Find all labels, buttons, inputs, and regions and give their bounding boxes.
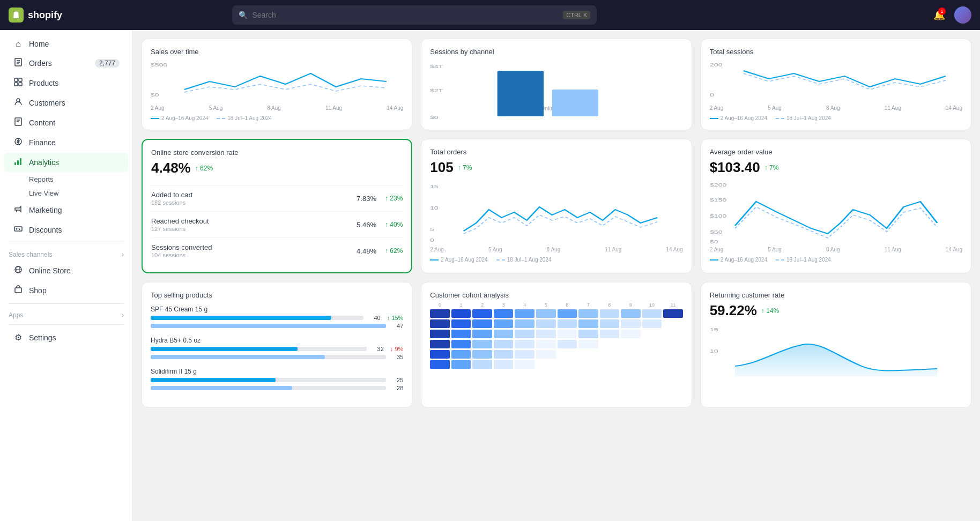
product-change-1: ↓ 9% — [390, 346, 403, 352]
product-item-1: Hydra B5+ 0.5 oz 32 ↓ 9% — [151, 337, 403, 360]
sidebar-item-orders[interactable]: Orders 2,777 — [4, 54, 128, 73]
svg-rect-15 — [20, 158, 21, 165]
avg-order-change: ↑ 7% — [764, 164, 779, 172]
sidebar-item-shop[interactable]: Shop — [4, 281, 128, 300]
returning-title: Returning customer rate — [710, 291, 962, 299]
bottom-row-cards: Top selling products SPF 45 Cream 15 g 4… — [142, 282, 971, 408]
svg-text:10: 10 — [710, 348, 718, 354]
logo[interactable]: shopify — [9, 8, 62, 23]
total-orders-value: 105 ↑ 7% — [430, 159, 682, 176]
search-icon: 🔍 — [239, 11, 248, 19]
svg-line-19 — [19, 228, 20, 230]
svg-point-8 — [17, 99, 20, 102]
notification-bell[interactable]: 🔔 1 — [931, 6, 948, 24]
svg-rect-4 — [14, 78, 18, 81]
sidebar-item-customers[interactable]: Customers — [4, 93, 128, 113]
sidebar-label-discounts: Discounts — [29, 226, 62, 234]
svg-text:$200: $200 — [710, 182, 727, 188]
orders-badge: 2,777 — [95, 59, 120, 68]
search-bar[interactable]: 🔍 CTRL K — [232, 5, 597, 25]
product-bar-primary-1: 32 ↓ 9% — [151, 346, 403, 352]
avg-order-title: Average order value — [710, 148, 962, 156]
checkout-sessions: 127 sessions — [151, 226, 357, 232]
product-bar-primary-2: 25 — [151, 377, 403, 383]
shopify-wordmark: shopify — [28, 10, 62, 21]
sidebar-label-customers: Customers — [29, 99, 65, 107]
sessions-legend: 2 Aug–16 Aug 2024 18 Jul–1 Aug 2024 — [710, 115, 962, 121]
converted-sessions: 104 sessions — [151, 252, 357, 258]
products-icon — [13, 78, 24, 88]
sidebar-item-products[interactable]: Products — [4, 73, 128, 93]
cart-pct: 7.83% — [357, 195, 376, 203]
product-name-1: Hydra B5+ 0.5 oz — [151, 337, 403, 344]
avatar[interactable] — [954, 6, 971, 24]
product-track-secondary-1 — [151, 355, 386, 359]
returning-value: 59.22% ↑ 14% — [710, 302, 962, 319]
svg-rect-24 — [15, 288, 21, 293]
sidebar-label-settings: Settings — [29, 333, 56, 342]
marketing-icon — [13, 205, 24, 215]
total-sessions-title: Total sessions — [710, 48, 962, 56]
content-area: Sales over time $500 $0 2 Aug 5 Aug 8 Au… — [133, 30, 980, 521]
sidebar: ⌂ Home Orders 2,777 — [0, 30, 133, 521]
sidebar-item-live-view[interactable]: Live View — [25, 187, 128, 200]
sidebar-divider-2 — [9, 303, 124, 304]
sidebar-item-settings[interactable]: ⚙ Settings — [4, 328, 128, 347]
product-val-primary-1: 32 — [371, 346, 384, 352]
sidebar-label-online-store: Online Store — [29, 266, 71, 275]
total-sessions-card: Total sessions 200 0 2 Aug 5 Aug 8 Aug 1… — [701, 39, 971, 130]
orders-icon — [13, 58, 24, 69]
sidebar-item-marketing[interactable]: Marketing — [4, 200, 128, 220]
sales-channels-expand-icon[interactable]: › — [122, 251, 124, 258]
search-input[interactable] — [252, 11, 559, 19]
apps-section: Apps › — [0, 307, 132, 321]
discounts-icon — [13, 225, 24, 235]
conversion-change: ↑ 62% — [195, 165, 213, 172]
sales-over-time-title: Sales over time — [151, 48, 403, 56]
svg-text:5: 5 — [430, 227, 434, 233]
conversion-row-sessions: Sessions converted 104 sessions 4.48% ↑ … — [151, 237, 403, 264]
svg-text:$100: $100 — [710, 213, 727, 219]
live-view-label: Live View — [29, 189, 58, 197]
product-bar-secondary-2: 28 — [151, 385, 403, 391]
top-selling-title: Top selling products — [151, 291, 403, 299]
sidebar-item-discounts[interactable]: Discounts — [4, 220, 128, 240]
search-shortcut: CTRL K — [563, 11, 590, 19]
product-val-secondary-2: 28 — [390, 385, 403, 391]
analytics-submenu: Reports Live View — [0, 173, 132, 200]
sidebar-label-shop: Shop — [29, 286, 47, 295]
svg-text:200: 200 — [710, 62, 723, 68]
conversion-title: Online store conversion rate — [151, 148, 403, 157]
svg-rect-14 — [17, 160, 19, 165]
sidebar-item-content[interactable]: Content — [4, 113, 128, 132]
apps-expand-icon[interactable]: › — [122, 311, 124, 319]
avg-x-labels: 2 Aug 5 Aug 8 Aug 11 Aug 14 Aug — [710, 247, 962, 252]
sidebar-item-analytics[interactable]: Analytics — [4, 153, 128, 172]
product-bar-primary-0: 40 ↑ 15% — [151, 315, 403, 321]
svg-rect-6 — [14, 83, 18, 86]
total-orders-change: ↑ 7% — [458, 164, 472, 172]
sidebar-item-home[interactable]: ⌂ Home — [4, 35, 128, 53]
sidebar-label-content: Content — [29, 118, 55, 127]
svg-text:$0: $0 — [710, 239, 718, 245]
converted-label: Sessions converted — [151, 243, 212, 251]
svg-rect-17 — [14, 227, 22, 231]
finance-icon — [13, 137, 24, 148]
sidebar-item-finance[interactable]: Finance — [4, 133, 128, 152]
sidebar-item-reports[interactable]: Reports — [25, 173, 128, 186]
sidebar-label-home: Home — [29, 40, 49, 48]
product-change-0: ↑ 15% — [387, 315, 404, 321]
content-icon — [13, 117, 24, 128]
sessions-channel-chart: $4T $2T $0 — [430, 60, 682, 103]
sidebar-item-online-store[interactable]: Online Store — [4, 261, 128, 280]
product-name-2: Solidifirm II 15 g — [151, 368, 403, 375]
avg-legend: 2 Aug–16 Aug 2024 18 Jul–1 Aug 2024 — [710, 257, 962, 263]
svg-point-18 — [16, 228, 18, 230]
cart-label: Added to cart — [151, 191, 192, 199]
sales-over-time-chart: $500 $0 — [151, 60, 403, 103]
returning-chart: 15 10 — [710, 323, 962, 377]
product-track-0 — [151, 316, 363, 320]
product-bar-secondary-0: 47 — [151, 323, 403, 329]
svg-text:15: 15 — [430, 184, 439, 190]
svg-text:$50: $50 — [710, 229, 723, 235]
